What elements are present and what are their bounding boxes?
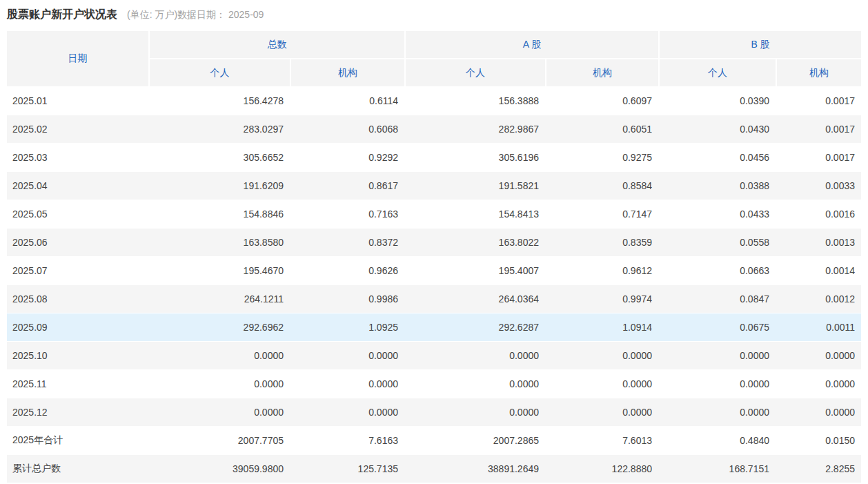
column-header-total-institution: 机构 <box>291 59 404 86</box>
row-value: 0.0000 <box>291 350 404 361</box>
row-value: 0.0675 <box>660 322 776 333</box>
row-value: 0.6068 <box>291 124 404 135</box>
row-value: 1.0925 <box>291 322 404 333</box>
row-value: 0.9292 <box>291 152 404 163</box>
column-header-a-share-institution: 机构 <box>546 59 658 86</box>
column-header-a-share-individual: 个人 <box>406 59 545 86</box>
row-value: 305.6196 <box>406 152 545 163</box>
row-label: 2025.05 <box>7 209 148 220</box>
column-header-total-individual: 个人 <box>150 59 290 86</box>
row-label: 2025.04 <box>7 180 148 191</box>
row-value: 0.0000 <box>150 407 290 418</box>
row-value: 0.0000 <box>777 350 861 361</box>
table-row: 2025.03 305.66520.9292305.61960.92750.04… <box>7 143 861 171</box>
row-label: 2025.12 <box>7 407 148 418</box>
row-value: 283.0297 <box>150 124 290 135</box>
table-row: 2025.10 0.00000.00000.00000.00000.00000.… <box>7 341 861 369</box>
row-value: 0.0000 <box>546 378 658 389</box>
row-value: 0.0000 <box>546 407 658 418</box>
row-value: 0.0013 <box>777 237 861 248</box>
row-value: 0.0150 <box>777 435 861 446</box>
row-value: 264.0364 <box>406 293 545 304</box>
row-label: 累计总户数 <box>7 463 148 475</box>
row-value: 2.8255 <box>777 463 861 474</box>
row-label: 2025年合计 <box>7 434 148 447</box>
row-value: 0.0033 <box>777 180 861 191</box>
row-value: 0.0000 <box>777 407 861 418</box>
row-value: 0.0011 <box>777 322 861 333</box>
row-value: 0.0433 <box>660 209 776 220</box>
row-value: 0.0000 <box>406 407 545 418</box>
table-row: 2025.11 0.00000.00000.00000.00000.00000.… <box>7 369 861 398</box>
row-value: 0.0016 <box>777 209 861 220</box>
column-header-date: 日期 <box>7 31 148 86</box>
row-value: 168.7151 <box>660 463 776 474</box>
row-value: 0.7147 <box>546 209 658 220</box>
row-value: 163.8580 <box>150 237 290 248</box>
row-value: 0.7163 <box>291 209 404 220</box>
row-value: 156.3888 <box>406 95 545 106</box>
row-value: 0.0000 <box>660 350 776 361</box>
table-row: 2025.04 191.62090.8617191.58210.85840.03… <box>7 171 861 200</box>
row-value: 0.9275 <box>546 152 658 163</box>
table-row: 2025.05 154.88460.7163154.84130.71470.04… <box>7 200 861 228</box>
row-value: 195.4007 <box>406 265 545 276</box>
row-value: 0.8359 <box>546 237 658 248</box>
row-label: 2025.02 <box>7 124 148 135</box>
row-value: 154.8413 <box>406 209 545 220</box>
column-header-b-share-institution: 机构 <box>777 59 861 86</box>
row-label: 2025.09 <box>7 322 148 333</box>
row-label: 2025.10 <box>7 350 148 361</box>
row-value: 292.6962 <box>150 322 290 333</box>
row-value: 0.0017 <box>777 95 861 106</box>
row-value: 0.0017 <box>777 152 861 163</box>
table-row: 2025.07 195.46700.9626195.40070.96120.06… <box>7 256 861 284</box>
row-value: 0.9974 <box>546 293 658 304</box>
row-value: 0.8372 <box>291 237 404 248</box>
row-value: 0.0000 <box>150 378 290 389</box>
row-value: 154.8846 <box>150 209 290 220</box>
page-header: 股票账户新开户状况表 (单位: 万户)数据日期： 2025-09 <box>0 0 868 31</box>
row-value: 195.4670 <box>150 265 290 276</box>
table-row: 2025.02 283.02970.6068282.98670.60510.04… <box>7 115 861 143</box>
row-value: 1.0914 <box>546 322 658 333</box>
row-value: 7.6013 <box>546 435 658 446</box>
column-header-b-share-individual: 个人 <box>660 59 776 86</box>
row-value: 125.7135 <box>291 463 404 474</box>
row-value: 0.9626 <box>291 265 404 276</box>
page-subtitle: (单位: 万户)数据日期： 2025-09 <box>127 9 264 21</box>
row-label: 2025.06 <box>7 237 148 248</box>
row-value: 2007.7705 <box>150 435 290 446</box>
row-value: 0.0456 <box>660 152 776 163</box>
accounts-table: 日期 总数 A 股 B 股 个人 机构 个人 机构 个人 机构 2025.01 … <box>7 31 861 483</box>
row-value: 0.9612 <box>546 265 658 276</box>
row-label: 2025.01 <box>7 95 148 106</box>
row-value: 0.0000 <box>150 350 290 361</box>
row-value: 0.0000 <box>777 378 861 389</box>
row-value: 0.0558 <box>660 237 776 248</box>
row-value: 156.4278 <box>150 95 290 106</box>
row-value: 305.6652 <box>150 152 290 163</box>
column-group-b-share: B 股 <box>660 31 861 58</box>
page: 股票账户新开户状况表 (单位: 万户)数据日期： 2025-09 日期 总数 A… <box>0 0 868 483</box>
row-value: 0.0000 <box>660 378 776 389</box>
row-value: 0.0000 <box>406 350 545 361</box>
row-label: 2025.07 <box>7 265 148 276</box>
table-row: 2025.01 156.42780.6114156.38880.60970.03… <box>7 86 861 115</box>
table-header: 日期 总数 A 股 B 股 个人 机构 个人 机构 个人 机构 <box>7 31 861 86</box>
table-row: 2025.06 163.85800.8372163.80220.83590.05… <box>7 228 861 256</box>
row-value: 0.0000 <box>291 378 404 389</box>
table-row: 2025年合计 2007.77057.61632007.28657.60130.… <box>7 426 861 454</box>
row-value: 0.0000 <box>406 378 545 389</box>
column-group-total: 总数 <box>150 31 404 58</box>
row-value: 0.6051 <box>546 124 658 135</box>
row-value: 0.4840 <box>660 435 776 446</box>
table-body: 2025.01 156.42780.6114156.38880.60970.03… <box>7 86 861 483</box>
row-value: 0.6114 <box>291 95 404 106</box>
row-value: 39059.9800 <box>150 463 290 474</box>
row-value: 0.6097 <box>546 95 658 106</box>
row-value: 2007.2865 <box>406 435 545 446</box>
row-label: 2025.03 <box>7 152 148 163</box>
column-group-a-share: A 股 <box>406 31 658 58</box>
row-value: 0.0847 <box>660 293 776 304</box>
